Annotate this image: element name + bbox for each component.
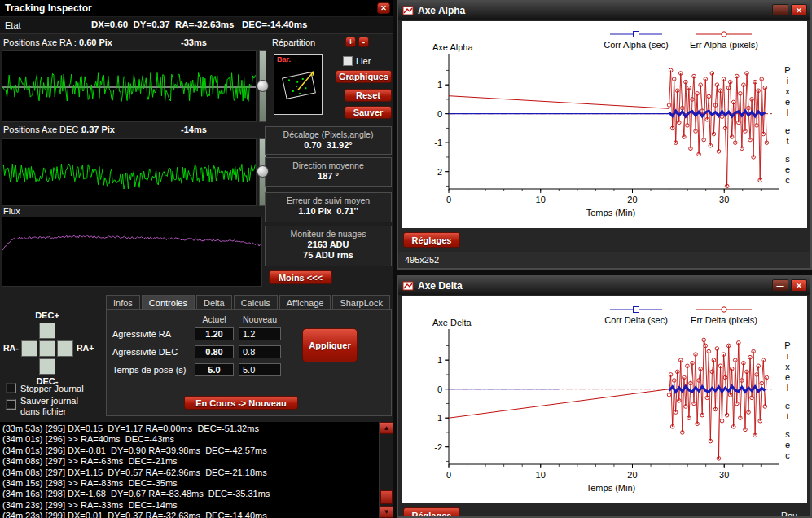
svg-text:c: c (785, 450, 790, 460)
titlebar[interactable]: Tracking Inspector ✕ (0, 0, 393, 16)
stopper-journal-checkbox[interactable] (6, 383, 16, 393)
reglages-button[interactable]: Réglages (403, 232, 460, 248)
svg-text:c: c (785, 175, 790, 185)
nuages-box: Moniteur de nuages 2163 ADU 75 ADU rms (265, 226, 392, 266)
ra-positions-graph (2, 50, 257, 122)
dpad-ra-plus-button[interactable] (57, 340, 73, 357)
scroll-up-icon[interactable]: ▲ (380, 422, 393, 434)
log-scrollbar[interactable]: ▲ ▼ (379, 422, 393, 518)
svg-text:Temps (Min): Temps (Min) (586, 483, 636, 493)
svg-text:e: e (785, 97, 790, 107)
dpad-dec-plus-button[interactable] (39, 323, 55, 339)
lier-checkbox[interactable] (343, 56, 353, 66)
close-icon[interactable]: ✕ (791, 279, 807, 292)
etat-row: Etat DX=0.60 DY=0.37 RA=-32.63ms DEC=-14… (0, 17, 393, 34)
ra-ms-value: -33ms (181, 37, 207, 47)
log-line: (34m 08s) [297] DX=1.15 DY=0.57 RA=-62.9… (0, 468, 393, 478)
svg-text:Temps (Min): Temps (Min) (586, 208, 636, 217)
scrollbar-thumb[interactable] (380, 490, 393, 504)
dpad-center-button[interactable] (39, 340, 55, 357)
tab-affichage[interactable]: Affichage (279, 295, 331, 310)
decalage-box: Décalage (Pixels,angle) 0.70 31.92° (265, 126, 392, 155)
minimize-icon[interactable]: — (772, 279, 788, 292)
en-cours-nouveau-button[interactable]: En Cours -> Nouveau (184, 396, 298, 410)
window-title: Axe Alpha (418, 5, 465, 16)
svg-text:Axe Alpha: Axe Alpha (432, 42, 473, 52)
agressivite-ra-input[interactable] (239, 327, 281, 340)
tracking-inspector-window: Tracking Inspector ✕ Etat DX=0.60 DY=0.3… (0, 0, 393, 518)
log-line: (34m 01s) [296] DX=-0.81 DY=0.90 RA=39.9… (0, 446, 393, 456)
svg-text:P: P (784, 65, 790, 75)
repartition-zoom-out-button[interactable]: - (358, 37, 369, 47)
svg-text:l: l (787, 383, 788, 393)
column-header-nouveau: Nouveau (239, 314, 281, 324)
tab-delta[interactable]: Delta (196, 295, 232, 310)
agressivite-dec-input[interactable] (239, 345, 281, 358)
tab-infos[interactable]: Infos (106, 295, 140, 310)
repartition-zoom-in-button[interactable]: + (345, 37, 356, 47)
status-bar: 495x252 (398, 252, 810, 268)
tab-controles[interactable]: Controles (142, 295, 195, 310)
reglages-button[interactable]: Réglages (403, 507, 460, 518)
desktop: Tracking Inspector ✕ Etat DX=0.60 DY=0.3… (0, 0, 812, 518)
svg-text:s: s (785, 429, 790, 439)
tab-bar: Infos Controles Delta Calculs Affichage … (106, 295, 392, 310)
moins-button[interactable]: Moins <<< (269, 270, 332, 284)
erreur-box: Erreur de suivi moyen 1.10 Pix 0.71'' (265, 192, 392, 222)
titlebar[interactable]: Axe Delta — ✕ (398, 277, 810, 295)
tab-sharplock[interactable]: SharpLock (332, 295, 390, 310)
svg-text:x: x (785, 362, 790, 371)
reset-button[interactable]: Reset (345, 89, 392, 102)
client-size-status: 495x252 (405, 255, 439, 265)
svg-text:i: i (787, 351, 788, 361)
svg-text:10: 10 (536, 470, 546, 480)
svg-text:t: t (786, 136, 788, 146)
scroll-down-icon[interactable]: ▼ (380, 506, 393, 518)
dec-positions-graph (2, 138, 257, 206)
chart-client: 010203010-1-2Temps (Min)Axe DeltaCorr De… (402, 296, 807, 503)
close-icon[interactable]: ✕ (791, 4, 807, 16)
agressivite-dec-actuel: 0.80 (195, 345, 234, 358)
delta-chart: 010203010-1-2Temps (Min)Axe DeltaCorr De… (402, 296, 807, 503)
sauver-journal-checkbox[interactable] (6, 399, 16, 410)
svg-text:s: s (785, 154, 790, 164)
svg-text:e: e (785, 440, 790, 450)
svg-text:-1: -1 (434, 413, 442, 423)
graphiques-button[interactable]: Graphiques (336, 70, 392, 83)
appliquer-button[interactable]: Appliquer (302, 328, 358, 362)
repartition-label: Répartition (272, 37, 315, 47)
direction-box: Direction moyenne 187 ° (265, 157, 392, 187)
svg-text:-2: -2 (434, 167, 442, 177)
lier-label: Lier (356, 56, 371, 66)
svg-text:0: 0 (437, 384, 442, 394)
axe-alpha-window: Axe Alpha — ✕ 010203010-1-2Temps (Min)Ax… (397, 0, 812, 270)
svg-text:Err Delta (pixels): Err Delta (pixels) (691, 315, 757, 325)
log-line: (34m 23s) [299] DX=0.01 DY=0.37 RA=-32.6… (0, 511, 393, 518)
close-icon[interactable]: ✕ (377, 2, 390, 14)
sauver-journal-label-2: dans fichier (20, 406, 66, 416)
svg-text:0: 0 (446, 470, 451, 480)
minimize-icon[interactable]: — (772, 4, 788, 16)
svg-text:e: e (785, 125, 790, 135)
svg-text:Axe Delta: Axe Delta (432, 318, 472, 327)
svg-text:Err Alpha (pixels): Err Alpha (pixels) (690, 40, 758, 50)
column-header-actuel: Actuel (195, 314, 234, 324)
direction-title: Direction moyenne (266, 160, 391, 170)
ra-slider-knob[interactable] (257, 80, 269, 92)
log-line: (34m 01s) [296] >> RA=40ms DEC=-43ms (0, 434, 393, 445)
dpad-dec-minus-button[interactable] (39, 358, 55, 375)
window-icon (402, 280, 414, 292)
row-label-agressivite-dec: Agressivité DEC (112, 347, 178, 357)
tab-calculs[interactable]: Calculs (234, 295, 278, 310)
temps-de-pose-input[interactable] (239, 363, 281, 376)
dec-pix-value: 0.37 Pix (81, 125, 115, 134)
log-line: (34m 16s) [298] DX=-1.68 DY=0.67 RA=-83.… (0, 489, 393, 499)
svg-text:30: 30 (719, 470, 729, 480)
sauver-button[interactable]: Sauver (345, 106, 392, 119)
svg-text:e: e (785, 165, 790, 174)
dec-slider-knob[interactable] (257, 165, 269, 178)
titlebar[interactable]: Axe Alpha — ✕ (398, 2, 810, 20)
etat-value: DX=0.60 DY=0.37 RA=-32.63ms DEC=-14.40ms (91, 20, 307, 29)
dpad-ra-minus-button[interactable] (21, 340, 37, 357)
svg-text:0: 0 (446, 195, 451, 204)
